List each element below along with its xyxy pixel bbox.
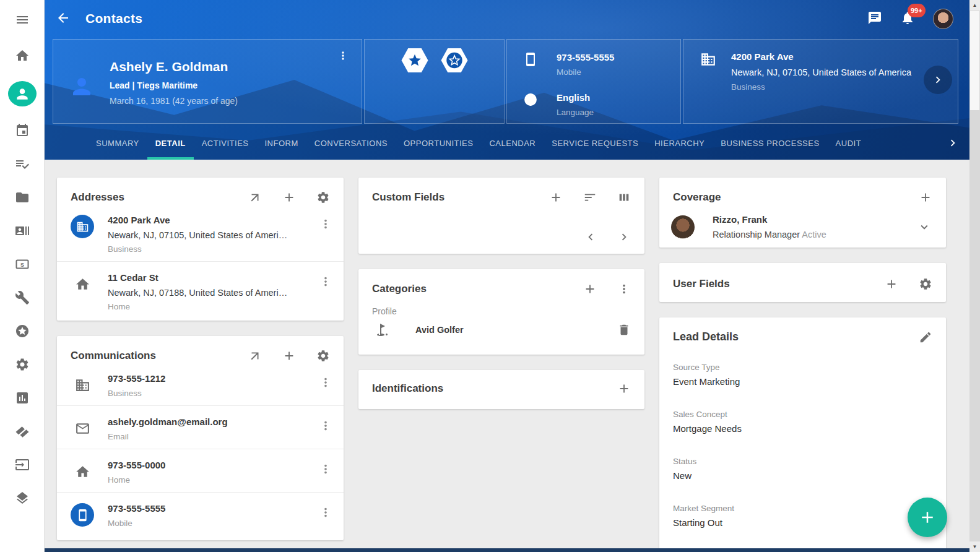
home-icon[interactable]: [14, 48, 30, 64]
menu-icon[interactable]: [14, 12, 30, 28]
communication-row[interactable]: 973-555-1212 Business: [57, 363, 344, 405]
category-delete-icon[interactable]: [617, 323, 631, 337]
language-value: English: [557, 92, 594, 103]
chat-icon[interactable]: [867, 11, 883, 27]
app-window: S Contacts 99+: [0, 0, 980, 552]
page-title: Contacts: [85, 11, 142, 26]
contact-card-icon[interactable]: [14, 223, 30, 239]
categories-menu-icon[interactable]: [617, 282, 631, 296]
communication-row-menu-icon[interactable]: [319, 462, 332, 476]
tasks-checklist-icon[interactable]: [14, 156, 30, 172]
coverage-row[interactable]: Rizzo, Frank Relationship Manager Active: [659, 204, 946, 239]
communications-settings-icon[interactable]: [316, 349, 330, 363]
contacts-icon-active[interactable]: [8, 81, 37, 106]
notifications-bell-icon[interactable]: 99+: [900, 11, 916, 27]
contact-card-menu-icon[interactable]: [337, 50, 350, 63]
email-icon: [71, 416, 94, 440]
detail-content: Addresses 4200 Park Ave Newark, NJ, 0710…: [45, 160, 969, 552]
addresses-add-icon[interactable]: [282, 191, 296, 204]
addresses-card: Addresses 4200 Park Ave Newark, NJ, 0710…: [57, 178, 344, 321]
add-fab-button[interactable]: [908, 498, 947, 537]
communication-row[interactable]: ashely.goldman@email.org Email: [57, 405, 344, 449]
scrollbar-down-arrow[interactable]: ▼: [969, 541, 980, 552]
scrollbar-thumb[interactable]: [970, 11, 979, 110]
settings-gear-icon[interactable]: [14, 356, 30, 373]
tab-calendar[interactable]: CALENDAR: [481, 127, 544, 160]
addresses-settings-icon[interactable]: [316, 191, 330, 204]
svg-text:S: S: [20, 262, 24, 268]
tab-conversations[interactable]: CONVERSATIONS: [306, 127, 396, 160]
tab-activities[interactable]: ACTIVITIES: [194, 127, 257, 160]
sales-card-icon[interactable]: S: [14, 256, 30, 272]
star-hexagon-badge-icon[interactable]: [400, 48, 430, 73]
back-arrow-icon[interactable]: [56, 11, 72, 27]
vertical-scrollbar[interactable]: ▲ ▼: [969, 0, 980, 552]
address-row-menu-icon[interactable]: [319, 217, 332, 231]
coverage-role-line: Relationship Manager Active: [713, 230, 826, 239]
field-value: Event Marketing: [673, 376, 932, 387]
phone-value: 973-555-5555: [557, 52, 614, 63]
tabs-overflow-chevron-icon[interactable]: [946, 136, 961, 151]
address-row[interactable]: 4200 Park Ave Newark, NJ, 07105, United …: [57, 204, 344, 261]
language-label: Language: [557, 108, 594, 117]
scrollbar-up-arrow[interactable]: ▲: [969, 0, 980, 11]
addresses-title: Addresses: [71, 191, 124, 204]
calendar-icon[interactable]: [14, 123, 30, 139]
communication-row-menu-icon[interactable]: [319, 419, 332, 433]
address-row[interactable]: 11 Cedar St Newark, NJ, 07188, United St…: [57, 261, 344, 319]
user-fields-card: User Fields: [659, 263, 946, 302]
communication-type: Mobile: [108, 519, 319, 528]
sign-in-icon[interactable]: [14, 457, 30, 473]
communication-row-menu-icon[interactable]: [319, 506, 332, 519]
user-fields-add-icon[interactable]: [885, 277, 898, 291]
identifications-add-icon[interactable]: [617, 382, 631, 395]
communications-title: Communications: [71, 350, 156, 362]
next-contact-chevron-button[interactable]: [924, 66, 952, 94]
building-icon: [71, 373, 94, 397]
layers-icon[interactable]: [14, 490, 30, 506]
custom-fields-add-icon[interactable]: [549, 191, 563, 204]
categories-add-icon[interactable]: [583, 282, 597, 296]
address-row-menu-icon[interactable]: [319, 275, 332, 288]
tab-inform[interactable]: INFORM: [257, 127, 306, 160]
custom-fields-next-page-icon[interactable]: [617, 230, 631, 244]
category-row[interactable]: Avid Golfer: [358, 316, 644, 337]
folder-icon[interactable]: [14, 189, 30, 205]
handshake-icon[interactable]: [14, 423, 30, 439]
coverage-status: Active: [802, 230, 826, 239]
tab-hierarchy[interactable]: HIERARCHY: [646, 127, 713, 160]
star-badge-icon[interactable]: [14, 323, 30, 339]
tools-wrench-icon[interactable]: [14, 290, 30, 306]
contact-phone-language-card: 973-555-5555 Mobile English Language: [506, 39, 681, 124]
categories-title: Categories: [372, 283, 427, 295]
communication-value: 973-555-1212: [108, 373, 319, 384]
analytics-chart-icon[interactable]: [14, 390, 30, 406]
communications-add-icon[interactable]: [282, 349, 296, 363]
communication-row[interactable]: 973-555-5555 Mobile: [57, 492, 344, 535]
custom-fields-sort-icon[interactable]: [583, 191, 597, 204]
tab-opportunities[interactable]: OPPORTUNITIES: [396, 127, 481, 160]
tab-audit[interactable]: AUDIT: [828, 127, 870, 160]
communications-open-icon[interactable]: [248, 349, 262, 363]
tab-business-processes[interactable]: BUSINESS PROCESSES: [713, 127, 827, 160]
tab-service-requests[interactable]: SERVICE REQUESTS: [544, 127, 646, 160]
notifications-badge: 99+: [908, 4, 926, 17]
custom-fields-card: Custom Fields: [358, 178, 644, 254]
star-circle-hexagon-badge-icon[interactable]: [440, 48, 469, 73]
communication-value: ashely.goldman@email.org: [108, 416, 319, 427]
user-avatar[interactable]: [933, 9, 953, 29]
primary-address: 4200 Park Ave Newark, NJ, 07105, United …: [731, 51, 911, 123]
coverage-add-icon[interactable]: [919, 191, 932, 204]
custom-fields-prev-page-icon[interactable]: [584, 230, 597, 244]
lead-details-edit-icon[interactable]: [919, 330, 932, 344]
coverage-expand-chevron-icon[interactable]: [917, 220, 931, 234]
custom-fields-columns-icon[interactable]: [617, 191, 631, 204]
communication-row-menu-icon[interactable]: [319, 376, 332, 389]
address-type: Business: [108, 244, 319, 254]
communication-row[interactable]: 973-555-0000 Home: [57, 449, 344, 492]
tab-summary[interactable]: SUMMARY: [88, 127, 147, 160]
user-fields-settings-icon[interactable]: [919, 277, 932, 291]
addresses-open-icon[interactable]: [248, 191, 262, 204]
tab-detail[interactable]: DETAIL: [147, 127, 194, 160]
main-area: Contacts 99+ Ashely E. Goldman Lead | Ti…: [45, 0, 969, 552]
